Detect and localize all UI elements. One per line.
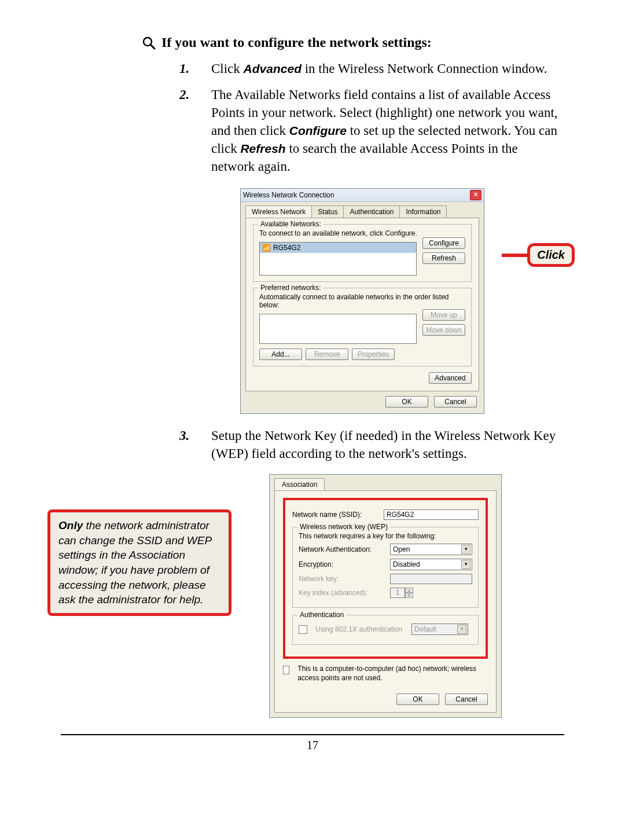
group-label: Preferred networks: <box>258 284 323 292</box>
encryption-label: Encryption: <box>299 560 385 568</box>
close-icon[interactable]: × <box>470 190 481 200</box>
key-index-label: Key index (advanced): <box>299 589 385 597</box>
step-number: 1. <box>179 60 189 78</box>
page-number: 17 <box>61 734 564 752</box>
titlebar: Wireless Network Connection × <box>241 189 484 202</box>
preferred-networks-group: Preferred networks: Automatically connec… <box>253 288 472 366</box>
preferred-networks-list[interactable] <box>259 314 417 344</box>
auth-select[interactable]: Open▾ <box>390 544 472 555</box>
highlighted-area: Network name (SSID): RG54G2 Wireless net… <box>283 498 488 659</box>
moveup-button[interactable]: Move up <box>422 309 465 321</box>
chevron-down-icon: ▾ <box>461 545 470 554</box>
group-hint: To connect to an available network, clic… <box>259 229 465 237</box>
movedown-button[interactable]: Move down <box>422 324 465 336</box>
chevron-down-icon: ▾ <box>461 560 470 569</box>
tab-information[interactable]: Information <box>399 206 447 218</box>
step-number: 2. <box>179 86 189 104</box>
click-label: Click <box>527 243 575 267</box>
tab-association[interactable]: Association <box>274 478 325 490</box>
wep-hint: This network requires a key for the foll… <box>299 532 472 540</box>
ok-button[interactable]: OK <box>396 694 439 705</box>
step-1: 1. Click Advanced in the Wireless Networ… <box>179 60 564 78</box>
step-3: 3. Setup the Network Key (if needed) in … <box>179 427 564 463</box>
network-key-label: Network key: <box>299 575 385 583</box>
authn-group-label: Authentication <box>297 611 346 619</box>
note-text: the network administrator can change the… <box>58 519 211 606</box>
configure-button[interactable]: Configure <box>422 237 465 249</box>
properties-button[interactable]: Properties <box>352 349 395 360</box>
window-title: Wireless Network Connection <box>243 191 334 199</box>
adhoc-checkbox[interactable] <box>283 666 289 674</box>
chevron-down-icon: ▾ <box>457 625 466 634</box>
cancel-button[interactable]: Cancel <box>434 396 477 408</box>
available-networks-list[interactable]: 📶 RG54G2 <box>259 242 417 276</box>
encryption-select[interactable]: Disabled▾ <box>390 559 472 570</box>
8021x-label: Using 802.1X authentication <box>315 625 402 633</box>
8021x-checkbox[interactable] <box>299 625 307 634</box>
8021x-select: Default▾ <box>411 623 468 635</box>
network-key-input <box>390 574 472 584</box>
antenna-icon: 📶 <box>262 244 271 252</box>
available-networks-group: Available Networks: To connect to an ava… <box>253 224 472 282</box>
tab-wireless-network[interactable]: Wireless Network <box>245 206 312 218</box>
ssid-label: Network name (SSID): <box>292 511 379 519</box>
step-text: Setup the Network Key (if needed) in the… <box>211 428 556 461</box>
tab-authentication[interactable]: Authentication <box>343 206 400 218</box>
wep-group-label: Wireless network key (WEP) <box>297 523 390 531</box>
cancel-button[interactable]: Cancel <box>445 694 488 705</box>
step-text: in the Wireless Network Connection windo… <box>302 61 547 76</box>
section-heading: If you want to configure the network set… <box>161 35 432 50</box>
note-emphasis: Only <box>58 519 83 531</box>
group-label: Available Networks: <box>258 220 323 228</box>
advanced-button[interactable]: Advanced <box>429 372 472 384</box>
refresh-button[interactable]: Refresh <box>422 252 465 264</box>
magnifier-icon <box>142 36 156 50</box>
svg-line-1 <box>150 45 155 49</box>
step-2: 2. The Available Networks field contains… <box>179 86 564 175</box>
step-text: Click <box>211 61 244 76</box>
network-item[interactable]: 📶 RG54G2 <box>260 243 416 253</box>
ssid-input[interactable]: RG54G2 <box>384 509 479 520</box>
wireless-dialog-screenshot: Wireless Network Connection × Wireless N… <box>240 188 530 414</box>
auth-label: Network Authentication: <box>299 545 385 553</box>
ui-term: Refresh <box>240 142 285 155</box>
ui-term: Configure <box>289 124 347 137</box>
ok-button[interactable]: OK <box>385 396 428 408</box>
group-hint: Automatically connect to available netwo… <box>259 293 465 309</box>
click-callout: Click <box>502 243 575 267</box>
admin-note: Only the network administrator can chang… <box>47 509 231 616</box>
key-index-spinner: 1 ▲▼ <box>390 588 413 598</box>
adhoc-label: This is a computer-to-computer (ad hoc) … <box>297 665 488 683</box>
step-number: 3. <box>179 427 189 445</box>
add-button[interactable]: Add... <box>259 349 302 360</box>
network-name: RG54G2 <box>273 244 300 252</box>
tab-status[interactable]: Status <box>311 206 344 218</box>
association-dialog-screenshot: Association Network name (SSID): RG54G2 … <box>269 474 501 717</box>
remove-button[interactable]: Remove <box>306 349 348 360</box>
ui-term: Advanced <box>244 62 302 75</box>
